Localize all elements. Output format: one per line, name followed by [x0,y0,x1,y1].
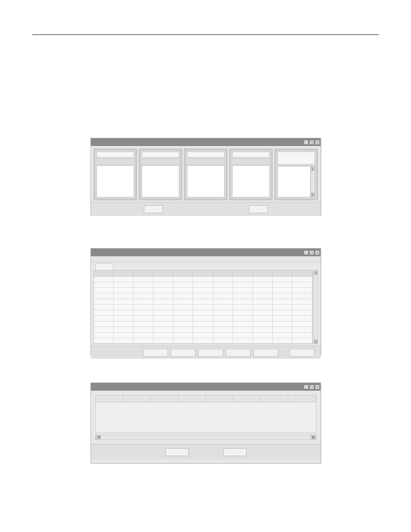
cell[interactable] [173,288,193,293]
cell[interactable] [253,316,273,321]
cell[interactable] [114,321,134,327]
cell[interactable] [94,333,114,338]
cell[interactable] [153,282,173,288]
footer-button[interactable] [198,349,223,357]
table-row[interactable] [94,282,312,288]
panel-body[interactable] [277,166,311,197]
minimize-icon[interactable]: _ [304,385,308,389]
table-row[interactable] [94,293,312,299]
footer-button-right[interactable] [249,205,268,213]
cell[interactable] [134,305,153,310]
cell[interactable] [233,338,253,344]
cell[interactable] [253,288,273,293]
cell[interactable] [114,277,134,282]
minimize-icon[interactable]: _ [304,250,308,255]
table-row[interactable] [94,310,312,316]
titlebar[interactable]: _ □ × [91,249,321,256]
cell[interactable] [253,277,273,282]
footer-button-right[interactable] [223,448,246,456]
cell[interactable] [173,293,193,299]
cell[interactable] [273,277,293,282]
cell[interactable] [153,333,173,338]
cell[interactable] [134,316,153,321]
cell[interactable] [94,316,114,321]
cell[interactable] [273,310,293,316]
column-header[interactable] [114,271,134,277]
cell[interactable] [94,327,114,333]
cell[interactable] [114,310,134,316]
cell[interactable] [233,293,253,299]
cell[interactable] [293,327,312,333]
cell[interactable] [213,277,233,282]
column-header[interactable] [173,271,193,277]
cell[interactable] [134,282,153,288]
cell[interactable] [233,321,253,327]
footer-button[interactable] [253,349,278,357]
cell[interactable] [233,316,253,321]
cell[interactable] [273,338,293,344]
cell[interactable] [193,310,213,316]
scroll-left-icon[interactable]: ◀ [96,435,101,439]
cell[interactable] [173,282,193,288]
cell[interactable] [193,333,213,338]
tab[interactable] [95,263,113,270]
cell[interactable] [114,293,134,299]
cell[interactable] [114,288,134,293]
cell[interactable] [293,316,312,321]
cell[interactable] [153,299,173,305]
cell[interactable] [153,327,173,333]
panel-body[interactable] [187,165,224,197]
cell[interactable] [94,305,114,310]
cell[interactable] [134,310,153,316]
panel-body[interactable] [232,165,270,197]
panel-body[interactable] [97,165,134,197]
cell[interactable] [213,338,233,344]
cell[interactable] [114,299,134,305]
table-row[interactable] [94,327,312,333]
cell[interactable] [293,338,312,344]
column-header[interactable] [206,395,234,402]
cell[interactable] [193,299,213,305]
list-body[interactable] [96,402,316,432]
cell[interactable] [253,282,273,288]
cell[interactable] [173,327,193,333]
cell[interactable] [94,338,114,344]
cell[interactable] [293,299,312,305]
cell[interactable] [233,282,253,288]
cell[interactable] [193,316,213,321]
cell[interactable] [114,333,134,338]
maximize-icon[interactable]: □ [309,385,314,389]
cell[interactable] [134,333,153,338]
cell[interactable] [173,338,193,344]
cell[interactable] [94,277,114,282]
cell[interactable] [134,293,153,299]
cell[interactable] [134,277,153,282]
cell[interactable] [94,282,114,288]
cell[interactable] [193,338,213,344]
cell[interactable] [273,282,293,288]
column-header[interactable] [178,395,206,402]
table-row[interactable] [94,288,312,293]
data-grid[interactable] [93,270,313,344]
cell[interactable] [173,310,193,316]
cell[interactable] [293,282,312,288]
cell[interactable] [253,305,273,310]
table-row[interactable] [94,338,312,344]
cell[interactable] [233,305,253,310]
cell[interactable] [193,305,213,310]
cell[interactable] [293,277,312,282]
footer-button[interactable] [226,349,251,357]
scroll-right-icon[interactable]: ▶ [311,435,316,439]
minimize-icon[interactable]: _ [304,140,308,145]
cell[interactable] [193,277,213,282]
column-header[interactable] [233,395,261,402]
cell[interactable] [273,305,293,310]
cell[interactable] [293,288,312,293]
column-header[interactable] [153,271,173,277]
column-header[interactable] [134,271,153,277]
cell[interactable] [273,333,293,338]
cell[interactable] [134,321,153,327]
cell[interactable] [253,333,273,338]
cell[interactable] [134,327,153,333]
scroll-down-icon[interactable]: ▼ [314,339,318,344]
